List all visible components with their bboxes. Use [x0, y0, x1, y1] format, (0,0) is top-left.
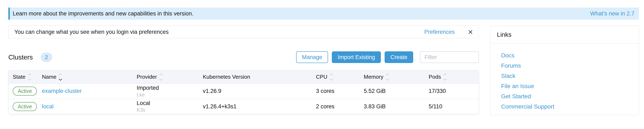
column-header-pods[interactable]: Pods [429, 74, 479, 80]
name-cell: local [42, 103, 137, 110]
clusters-header: Clusters 2 Manage Import Existing Create [8, 51, 479, 64]
filter-input[interactable] [420, 51, 479, 63]
docs-link[interactable]: Docs [501, 52, 514, 59]
list-item: Docs [501, 52, 639, 59]
sort-carets-icon [330, 74, 333, 80]
status-badge: Active [13, 87, 37, 96]
provider-distro: Lke [137, 92, 203, 98]
commercial-support-link[interactable]: Commercial Support [501, 103, 554, 110]
sort-carets-icon [28, 74, 31, 80]
slack-link[interactable]: Slack [501, 73, 515, 79]
whats-new-link[interactable]: What's new in 2.7 [590, 10, 634, 17]
close-icon[interactable]: × [468, 28, 473, 36]
forums-link[interactable]: Forums [501, 62, 521, 69]
provider-name: Local [137, 100, 203, 106]
links-list: Docs Forums Slack File an Issue Get Star… [490, 44, 639, 110]
provider-name: Imported [137, 85, 203, 91]
links-panel-title: Links [490, 26, 639, 44]
manage-button[interactable]: Manage [296, 51, 328, 63]
column-header-cpu[interactable]: CPU [316, 74, 364, 80]
provider-cell: Local K3s [137, 100, 203, 113]
cluster-link[interactable]: example-cluster [42, 88, 82, 94]
column-header-kubernetes-version: Kubernetes Version [203, 74, 316, 80]
memory-cell: 5.52 GiB [364, 88, 429, 94]
sort-carets-icon [386, 74, 388, 80]
column-header-memory[interactable]: Memory [364, 74, 429, 80]
cluster-link[interactable]: local [42, 103, 54, 110]
cpu-cell: 2 cores [316, 103, 364, 110]
version-banner-text: Learn more about the improvements and ne… [13, 10, 194, 17]
list-item: Commercial Support [501, 103, 639, 110]
pods-cell: 5/110 [429, 103, 479, 110]
table-header-row: State Name Provider Kubernetes Version C… [8, 70, 479, 84]
clusters-table: State Name Provider Kubernetes Version C… [8, 70, 479, 114]
list-item: File an Issue [501, 83, 639, 90]
cluster-count-badge: 2 [41, 52, 52, 62]
links-panel: Links Docs Forums Slack File an Issue Ge… [490, 26, 639, 115]
list-item: Forums [501, 62, 639, 69]
cpu-cell: 3 cores [316, 88, 364, 94]
list-item: Slack [501, 73, 639, 79]
sort-carets-icon [59, 74, 62, 80]
sort-carets-icon [160, 74, 162, 80]
version-banner: Learn more about the improvements and ne… [8, 8, 639, 20]
preferences-link[interactable]: Preferences [424, 29, 455, 35]
table-row: Active example-cluster Imported Lke v1.2… [8, 84, 479, 99]
column-header-name[interactable]: Name [42, 74, 137, 80]
page-title: Clusters [8, 54, 33, 61]
file-an-issue-link[interactable]: File an Issue [501, 83, 534, 89]
state-cell: Active [13, 87, 42, 96]
name-cell: example-cluster [42, 88, 137, 94]
table-row: Active local Local K3s v1.26.4+k3s1 2 co… [8, 99, 479, 114]
kubernetes-version-cell: v1.26.9 [203, 88, 316, 94]
state-cell: Active [13, 102, 42, 111]
list-item: Get Started [501, 93, 639, 100]
create-button[interactable]: Create [384, 51, 413, 63]
preferences-banner: You can change what you see when you log… [8, 26, 479, 38]
pods-cell: 17/330 [429, 88, 479, 94]
provider-cell: Imported Lke [137, 85, 203, 98]
import-existing-button[interactable]: Import Existing [332, 51, 381, 63]
column-header-state[interactable]: State [13, 74, 42, 80]
column-header-provider[interactable]: Provider [137, 74, 203, 80]
sort-carets-icon [444, 74, 446, 80]
preferences-banner-text: You can change what you see when you log… [14, 29, 168, 35]
memory-cell: 3.83 GiB [364, 103, 429, 110]
status-badge: Active [13, 102, 37, 111]
provider-distro: K3s [137, 107, 203, 113]
kubernetes-version-cell: v1.26.4+k3s1 [203, 103, 316, 110]
get-started-link[interactable]: Get Started [501, 93, 531, 100]
